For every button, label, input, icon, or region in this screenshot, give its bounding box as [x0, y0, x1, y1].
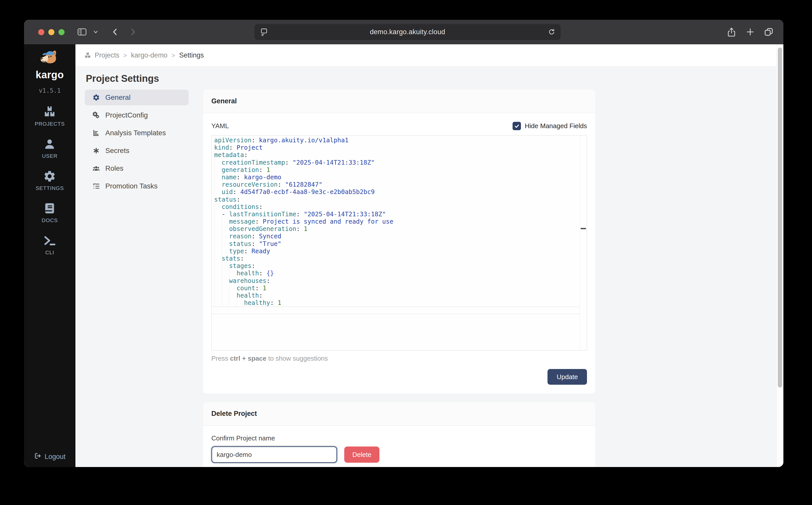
book-icon [43, 202, 56, 215]
chart-icon [92, 129, 100, 137]
hide-managed-fields-label: Hide Managed Fields [525, 122, 587, 130]
browser-toolbar: demo.kargo.akuity.cloud [24, 20, 783, 44]
yaml-line: message: Project is synced and ready for… [214, 218, 580, 225]
zoom-window-button[interactable] [58, 29, 64, 35]
logout-icon [34, 452, 41, 462]
asterisk-icon [92, 147, 100, 155]
sidebar-item-docs[interactable]: DOCS [42, 202, 58, 223]
yaml-line: kind: Project [214, 144, 580, 151]
browser-window: demo.kargo.akuity.cloud [24, 20, 783, 467]
delete-card-title: Delete Project [211, 410, 257, 417]
checklist-icon [92, 182, 100, 190]
yaml-line: generation: 1 [214, 166, 580, 173]
url-text: demo.kargo.akuity.cloud [254, 28, 561, 36]
reload-icon[interactable] [547, 28, 556, 37]
general-card-header: General [203, 90, 595, 113]
tab-overview-icon[interactable] [764, 27, 774, 37]
yaml-line: warehouses: [214, 277, 580, 285]
sidebar-item-user[interactable]: USER [42, 138, 58, 159]
sidebar-nav: PROJECTSUSERSETTINGSDOCSCLI [35, 105, 64, 266]
breadcrumb: Projects>kargo-demo>Settings [75, 44, 783, 66]
boxes-icon [43, 105, 56, 119]
update-button[interactable]: Update [547, 369, 587, 385]
settings-nav: GeneralProjectConfigAnalysis TemplatesSe… [85, 90, 189, 196]
cli-icon [43, 234, 56, 247]
confirm-project-name-label: Confirm Project name [211, 434, 587, 442]
yaml-line: name: kargo-demo [214, 173, 580, 181]
app-sidebar: kargo v1.5.1 PROJECTSUSERSETTINGSDOCSCLI… [24, 44, 75, 467]
breadcrumb-item-kargo-demo[interactable]: kargo-demo [131, 51, 168, 59]
settings-page: Project Settings GeneralProjectConfigAna… [75, 66, 783, 467]
general-card: General YAML [203, 90, 595, 394]
chevron-down-icon[interactable] [93, 30, 98, 34]
yaml-line: healthy: 1 [214, 299, 580, 307]
yaml-line: status: [214, 196, 580, 203]
yaml-line: type: Ready [214, 247, 580, 255]
delete-project-card: Delete Project Confirm Project name Dele… [203, 402, 595, 467]
scrollbar-thumb[interactable] [778, 48, 782, 387]
settings-nav-item-general[interactable]: General [85, 90, 189, 105]
yaml-line: creationTimestamp: "2025-04-14T21:33:18Z… [214, 159, 580, 166]
sidebar-item-settings[interactable]: SETTINGS [36, 170, 64, 191]
yaml-line: status: "True" [214, 240, 580, 247]
yaml-line: stages: [214, 262, 580, 270]
back-button[interactable] [110, 27, 120, 37]
checkbox-checked-icon[interactable] [513, 122, 521, 130]
yaml-line: reason: Synced [214, 232, 580, 240]
yaml-line: observedGeneration: 1 [214, 225, 580, 232]
breadcrumb-item-projects[interactable]: Projects [95, 51, 119, 59]
address-bar[interactable]: demo.kargo.akuity.cloud [254, 24, 561, 40]
yaml-line: - lastTransitionTime: "2025-04-14T21:33:… [214, 210, 580, 218]
yaml-line: apiVersion: kargo.akuity.io/v1alpha1 [214, 137, 580, 144]
yaml-line: health: [214, 292, 580, 299]
breadcrumb-separator: > [123, 52, 127, 59]
minimize-window-button[interactable] [48, 29, 54, 35]
delete-button[interactable]: Delete [344, 447, 379, 463]
settings-nav-item-secrets[interactable]: Secrets [85, 143, 189, 159]
yaml-line: conditions: [214, 203, 580, 210]
breadcrumb-item-settings: Settings [179, 51, 204, 59]
settings-nav-item-projectconfig[interactable]: ProjectConfig [85, 108, 189, 123]
page-title: Project Settings [86, 73, 783, 84]
yaml-editor[interactable]: apiVersion: kargo.akuity.io/v1alpha1kind… [211, 135, 587, 350]
share-icon[interactable] [727, 27, 736, 37]
yaml-line: metadata: [214, 151, 580, 159]
editor-current-line [212, 307, 580, 314]
page-scrollbar[interactable] [776, 44, 783, 467]
gear-icon [43, 170, 56, 183]
forward-button[interactable] [128, 27, 138, 37]
hide-managed-fields-toggle[interactable]: Hide Managed Fields [513, 122, 587, 130]
settings-nav-item-roles[interactable]: Roles [85, 161, 189, 176]
yaml-line: resourceVersion: "61282847" [214, 181, 580, 188]
kargo-logo [37, 49, 63, 69]
version-label: v1.5.1 [39, 87, 61, 94]
gears-icon [92, 112, 100, 119]
yaml-line: uid: 4d54f7a0-ecbf-4aa8-9e3c-e2b0ab5b2bc… [214, 188, 580, 195]
editor-minimap [580, 136, 580, 350]
people-icon [92, 165, 100, 172]
yaml-code[interactable]: apiVersion: kargo.akuity.io/v1alpha1kind… [214, 137, 580, 349]
person-icon [43, 138, 56, 151]
yaml-label: YAML [211, 122, 229, 130]
logout-button[interactable]: Logout [34, 452, 65, 462]
close-window-button[interactable] [38, 29, 44, 35]
general-card-title: General [211, 97, 237, 105]
yaml-line: health: {} [214, 270, 580, 277]
breadcrumb-separator: > [171, 52, 176, 59]
gear-icon [92, 94, 100, 101]
settings-nav-item-promotion-tasks[interactable]: Promotion Tasks [85, 178, 189, 194]
sidebar-toggle-icon[interactable] [77, 27, 87, 37]
delete-card-header: Delete Project [203, 402, 595, 426]
sidebar-item-cli[interactable]: CLI [43, 234, 56, 256]
kargo-wordmark: kargo [36, 69, 64, 80]
yaml-line: stats: [214, 255, 580, 262]
yaml-line: count: 1 [214, 285, 580, 292]
settings-nav-item-analysis-templates[interactable]: Analysis Templates [85, 125, 189, 141]
editor-overview-ruler-marker [581, 228, 586, 229]
new-tab-icon[interactable] [746, 27, 755, 37]
editor-hint: Press ctrl + space to show suggestions [211, 355, 587, 362]
projects-icon [84, 52, 91, 59]
page-settings-icon[interactable] [260, 28, 268, 37]
sidebar-item-projects[interactable]: PROJECTS [35, 105, 64, 127]
confirm-project-name-input[interactable] [211, 446, 337, 463]
